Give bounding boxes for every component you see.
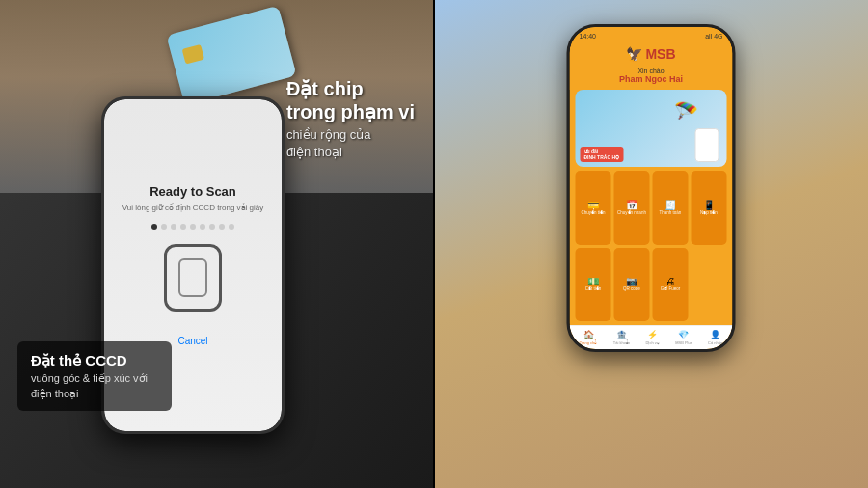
account-icon: 🏦	[616, 330, 627, 339]
grid-label-5: QR code	[623, 287, 640, 292]
scan-icon-inner	[178, 258, 207, 297]
grid-item-3[interactable]: 📱 Nạp tiền	[692, 171, 727, 245]
promo-badge: ưu đãi ĐINH TRÁC HỌ	[581, 147, 624, 162]
grid-icon-0: 💳	[587, 200, 599, 210]
grid-label-6: Gửi Fueor	[661, 287, 681, 292]
status-signal: all 4G	[705, 33, 722, 40]
dot-8	[219, 224, 225, 230]
home-icon: 🏠	[583, 330, 594, 339]
grid-item-2[interactable]: 🧾 Thanh toán	[653, 171, 689, 245]
top-right-instruction-sub: chiều rộng của điện thoại	[286, 126, 415, 161]
grid-item-0[interactable]: 💳 Chuyển tiền	[576, 171, 611, 245]
main-container: Ready to Scan Vui lòng giữ cố định CCCD …	[0, 0, 868, 488]
grid-label-2: Thanh toán	[660, 211, 682, 216]
greeting-name: Pham Ngoc Hai	[578, 74, 725, 84]
phone-greeting: Xin chào Pham Ngoc Hai	[570, 66, 733, 90]
nav-home[interactable]: 🏠 Trang chủ	[580, 330, 598, 345]
bottom-instruction-main: Đặt thẻ CCCD	[31, 351, 158, 370]
grid-icon-2: 🧾	[665, 200, 676, 210]
feature-grid: 💳 Chuyển tiền 📅 Chuyển nhanh 🧾 Thanh toá…	[570, 167, 733, 325]
dot-2	[161, 224, 167, 230]
card-chip	[182, 44, 204, 65]
dot-5	[190, 224, 196, 230]
phone-status-bar: 14:40 all 4G	[570, 27, 733, 42]
nav-account[interactable]: 🏦 Tài khoản	[613, 330, 630, 345]
cancel-button[interactable]: Cancel	[177, 336, 207, 346]
grid-label-3: Nạp tiền	[700, 211, 718, 216]
left-panel: Ready to Scan Vui lòng giữ cố định CCCD …	[0, 0, 434, 488]
right-panel: 14:40 all 4G 🦅 MSB Xin chào Pham Ngoc Ha…	[434, 0, 868, 488]
dot-7	[209, 224, 215, 230]
banner-phone-mini	[695, 128, 719, 162]
plus-icon: 💎	[678, 330, 689, 339]
grid-item-6[interactable]: 🖨 Gửi Fueor	[653, 248, 689, 322]
grid-label-0: Chuyển tiền	[581, 211, 605, 216]
dot-1	[151, 224, 157, 230]
msb-header: 🦅 MSB	[570, 42, 733, 66]
grid-item-4[interactable]: 💵 Cất tiền	[576, 248, 611, 322]
nav-home-label: Trang chủ	[580, 340, 598, 345]
dot-4	[180, 224, 186, 230]
service-icon: ⚡	[647, 330, 658, 339]
nav-plus[interactable]: 💎 MSB Plus	[675, 330, 692, 345]
scan-nfc-icon	[164, 244, 222, 312]
grid-item-5[interactable]: 📷 QR code	[614, 248, 650, 322]
top-right-instruction-main: Đặt chip trong phạm vi	[286, 77, 415, 123]
grid-icon-6: 🖨	[665, 276, 675, 286]
greeting-label: Xin chào	[578, 68, 725, 74]
msb-brand-text: MSB	[645, 46, 675, 62]
scan-progress-dots	[151, 224, 234, 230]
grid-icon-3: 📱	[703, 200, 715, 210]
grid-item-1[interactable]: 📅 Chuyển nhanh	[614, 171, 650, 245]
grid-icon-1: 📅	[626, 200, 637, 210]
msb-bird-icon: 🦅	[626, 46, 642, 62]
nav-profile[interactable]: 👤 Cá nhân	[708, 330, 722, 345]
phone-banner: 🪂 ưu đãi ĐINH TRÁC HỌ	[576, 90, 727, 167]
msb-phone-screen: 14:40 all 4G 🦅 MSB Xin chào Pham Ngoc Ha…	[570, 27, 733, 349]
profile-icon: 👤	[710, 330, 720, 339]
nav-profile-label: Cá nhân	[708, 340, 722, 345]
grid-icon-5: 📷	[626, 276, 637, 286]
msb-logo: 🦅 MSB	[626, 46, 675, 62]
nav-service[interactable]: ⚡ Dịch vụ	[646, 330, 660, 345]
grid-icon-4: 💵	[587, 276, 599, 286]
nav-service-label: Dịch vụ	[646, 340, 660, 345]
dot-6	[200, 224, 205, 230]
bottom-nav: 🏠 Trang chủ 🏦 Tài khoản ⚡ Dịch vụ 💎 MSB …	[570, 325, 733, 349]
scan-title: Ready to Scan	[149, 184, 236, 199]
bottom-instruction-box: Đặt thẻ CCCD vuông góc & tiếp xúc với đi…	[17, 341, 172, 411]
panel-divider	[433, 0, 435, 488]
paraglider-icon: 🪂	[674, 99, 698, 122]
nav-account-label: Tài khoản	[613, 340, 630, 345]
dot-9	[229, 224, 234, 230]
status-time: 14:40	[580, 33, 597, 40]
scan-subtitle: Vui lòng giữ cố định CCCD trong vải giây	[122, 203, 264, 212]
nav-plus-label: MSB Plus	[675, 340, 692, 345]
msb-phone-device: 14:40 all 4G 🦅 MSB Xin chào Pham Ngoc Ha…	[567, 24, 736, 352]
top-right-instruction-box: Đặt chip trong phạm vi chiều rộng của đi…	[286, 77, 415, 161]
grid-label-1: Chuyển nhanh	[617, 211, 646, 216]
dot-3	[171, 224, 176, 230]
bottom-instruction-sub: vuông góc & tiếp xúc với điện thoại	[31, 371, 158, 401]
grid-label-4: Cất tiền	[585, 287, 602, 292]
